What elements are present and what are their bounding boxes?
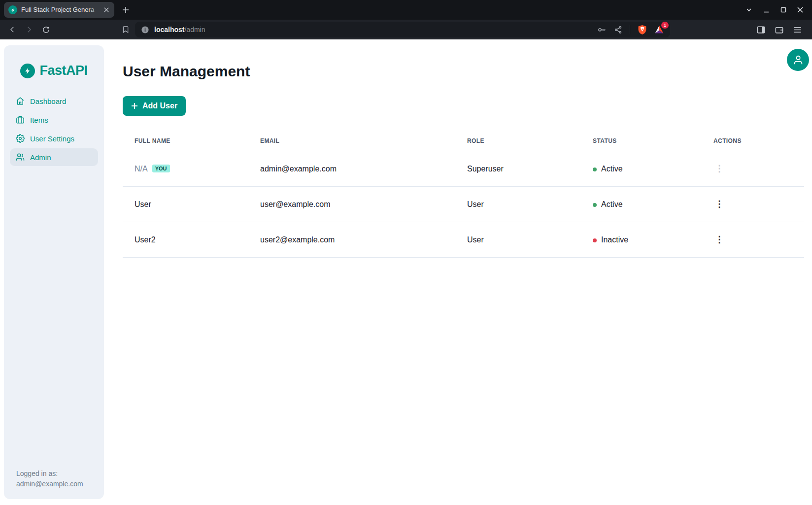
logo-text: FastAPI bbox=[39, 63, 87, 78]
cell-email: user2@example.com bbox=[248, 222, 455, 258]
toolbar-right-icons bbox=[756, 25, 807, 34]
new-tab-icon[interactable] bbox=[118, 2, 133, 17]
col-status: STATUS bbox=[581, 131, 702, 151]
users-table: FULL NAME EMAIL ROLE STATUS ACTIONS N/AY… bbox=[123, 131, 804, 258]
sidebar-item-items[interactable]: Items bbox=[10, 111, 98, 129]
add-user-button[interactable]: Add User bbox=[123, 96, 186, 116]
browser-titlebar: Full Stack Project Genera bbox=[0, 0, 812, 20]
cell-role: Superuser bbox=[455, 151, 581, 187]
cell-role: User bbox=[455, 187, 581, 222]
add-user-label: Add User bbox=[142, 101, 177, 110]
minimize-icon[interactable] bbox=[763, 7, 770, 13]
row-actions-menu-icon[interactable]: ⋮ bbox=[713, 164, 725, 173]
col-role: ROLE bbox=[455, 131, 581, 151]
bookmark-icon[interactable] bbox=[118, 22, 133, 37]
browser-tab[interactable]: Full Stack Project Genera bbox=[4, 2, 114, 18]
home-icon bbox=[16, 97, 25, 105]
col-full-name: FULL NAME bbox=[123, 131, 248, 151]
url-host: localhost bbox=[154, 26, 184, 34]
maximize-icon[interactable] bbox=[780, 7, 786, 13]
forward-icon[interactable] bbox=[22, 22, 36, 37]
main-panel: User Management Add User FULL NAME EMAIL… bbox=[123, 39, 804, 258]
sidebar: FastAPI Dashboard Items User Settings Ad… bbox=[4, 45, 104, 499]
cell-status: Active bbox=[581, 187, 702, 222]
table-row: N/AYOU admin@example.com Superuser Activ… bbox=[123, 151, 804, 187]
cell-full-name: N/A bbox=[135, 165, 148, 173]
col-email: EMAIL bbox=[248, 131, 455, 151]
logged-in-label: Logged in as: bbox=[16, 469, 83, 479]
sidebar-item-user-settings[interactable]: User Settings bbox=[10, 130, 98, 147]
sidebar-item-label: Items bbox=[30, 116, 48, 124]
password-key-icon[interactable] bbox=[597, 25, 607, 34]
rewards-badge: 1 bbox=[661, 22, 669, 29]
sidebar-nav: Dashboard Items User Settings Admin bbox=[10, 92, 98, 166]
cell-status: Inactive bbox=[581, 222, 702, 258]
cell-full-name: User bbox=[123, 187, 248, 222]
reload-icon[interactable] bbox=[38, 22, 53, 37]
window-controls bbox=[745, 6, 812, 13]
cell-role: User bbox=[455, 222, 581, 258]
plus-icon bbox=[131, 102, 138, 109]
tab-close-icon[interactable] bbox=[102, 5, 111, 15]
sidebar-item-label: User Settings bbox=[30, 135, 74, 143]
users-icon bbox=[16, 153, 25, 162]
gear-icon bbox=[16, 134, 25, 143]
sidebar-item-label: Dashboard bbox=[30, 97, 66, 105]
share-icon[interactable] bbox=[614, 26, 622, 34]
brave-rewards-icon[interactable]: 1 bbox=[654, 25, 664, 34]
omnibox-trailing-icons: 1 bbox=[597, 25, 664, 35]
fastapi-favicon-icon bbox=[8, 5, 17, 14]
cell-email: user@example.com bbox=[248, 187, 455, 222]
cell-email: admin@example.com bbox=[248, 151, 455, 187]
tab-search-chevron-icon[interactable] bbox=[745, 6, 752, 13]
fastapi-bolt-icon bbox=[20, 64, 35, 78]
page-title: User Management bbox=[123, 63, 804, 80]
status-dot-active bbox=[593, 203, 597, 207]
wallet-icon[interactable] bbox=[775, 25, 784, 34]
table-header-row: FULL NAME EMAIL ROLE STATUS ACTIONS bbox=[123, 131, 804, 151]
sidebar-item-admin[interactable]: Admin bbox=[10, 148, 98, 166]
row-actions-menu-icon[interactable]: ⋮ bbox=[713, 200, 725, 208]
close-window-icon[interactable] bbox=[797, 7, 803, 13]
tab-title: Full Stack Project Genera bbox=[21, 6, 102, 14]
you-badge: YOU bbox=[152, 165, 170, 172]
brave-shield-icon[interactable] bbox=[638, 25, 647, 35]
row-actions-menu-icon[interactable]: ⋮ bbox=[713, 235, 725, 244]
fastapi-logo: FastAPI bbox=[4, 45, 104, 78]
url-path: /admin bbox=[184, 26, 205, 34]
logged-in-email: admin@example.com bbox=[16, 479, 83, 489]
back-icon[interactable] bbox=[5, 22, 20, 37]
page-content: FastAPI Dashboard Items User Settings Ad… bbox=[0, 39, 812, 505]
url-text: localhost/admin bbox=[154, 26, 205, 34]
divider bbox=[630, 25, 630, 34]
briefcase-icon bbox=[16, 115, 25, 124]
sidebar-item-dashboard[interactable]: Dashboard bbox=[10, 92, 98, 110]
status-dot-inactive bbox=[593, 238, 597, 242]
site-info-icon[interactable] bbox=[141, 26, 149, 34]
col-actions: ACTIONS bbox=[702, 131, 804, 151]
url-bar[interactable]: localhost/admin 1 bbox=[135, 22, 670, 37]
cell-full-name: User2 bbox=[123, 222, 248, 258]
sidebar-toggle-icon[interactable] bbox=[756, 25, 766, 34]
browser-toolbar: localhost/admin 1 bbox=[0, 20, 812, 39]
logged-in-footer: Logged in as: admin@example.com bbox=[16, 469, 83, 489]
menu-hamburger-icon[interactable] bbox=[793, 25, 802, 34]
table-row: User2 user2@example.com User Inactive ⋮ bbox=[123, 222, 804, 258]
cell-status: Active bbox=[581, 151, 702, 187]
table-row: User user@example.com User Active ⋮ bbox=[123, 187, 804, 222]
sidebar-item-label: Admin bbox=[30, 153, 51, 162]
status-dot-active bbox=[593, 168, 597, 171]
